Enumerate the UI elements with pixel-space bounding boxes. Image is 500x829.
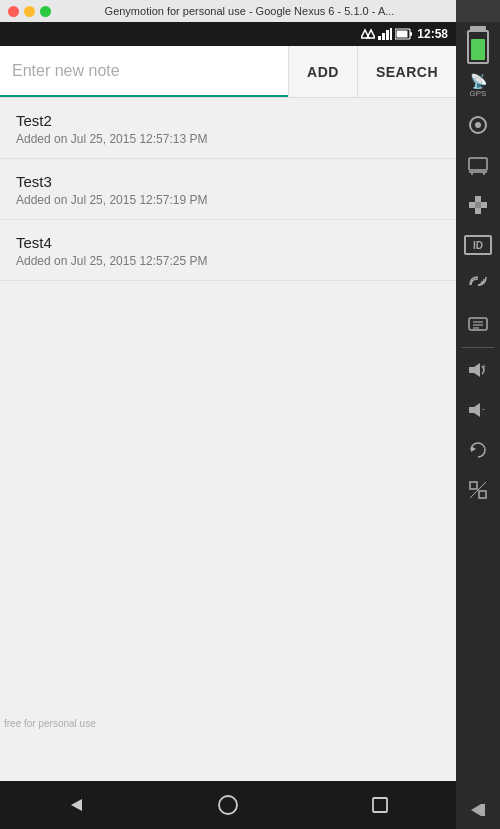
svg-marker-19 (471, 446, 476, 452)
nfc-icon[interactable] (459, 266, 497, 304)
note-input[interactable] (0, 46, 288, 97)
add-button[interactable]: ADD (288, 46, 357, 97)
svg-rect-28 (382, 33, 385, 40)
note-title: Test4 (16, 234, 440, 251)
arrow-right-icon[interactable] (459, 791, 497, 829)
volume-up-icon[interactable]: + (459, 351, 497, 389)
svg-point-35 (219, 796, 237, 814)
input-bar: ADD SEARCH (0, 46, 456, 98)
home-button[interactable] (204, 781, 252, 829)
svg-marker-34 (71, 799, 82, 811)
genymotion-sidebar: 📡 GPS ID (456, 22, 500, 829)
scale-icon[interactable] (459, 471, 497, 509)
maximize-button[interactable] (40, 6, 51, 17)
recents-button[interactable] (356, 781, 404, 829)
svg-marker-23 (471, 804, 481, 816)
note-date: Added on Jul 25, 2015 12:57:19 PM (16, 193, 440, 207)
volume-down-icon[interactable]: - (459, 391, 497, 429)
svg-line-22 (470, 482, 486, 498)
dpad-icon[interactable] (459, 186, 497, 224)
signal-icon (378, 28, 392, 40)
svg-rect-21 (479, 491, 486, 498)
note-item[interactable]: Test4Added on Jul 25, 2015 12:57:25 PM (0, 220, 456, 281)
svg-rect-29 (386, 30, 389, 40)
window-title: Genymotion for personal use - Google Nex… (51, 5, 448, 17)
bottom-navigation (0, 781, 456, 829)
svg-rect-32 (410, 32, 412, 36)
note-title: Test2 (16, 112, 440, 129)
window-controls[interactable] (8, 6, 51, 17)
note-date: Added on Jul 25, 2015 12:57:13 PM (16, 132, 440, 146)
svg-rect-24 (481, 804, 485, 816)
svg-rect-30 (390, 28, 392, 40)
id-icon[interactable]: ID (459, 226, 497, 264)
svg-rect-6 (475, 196, 481, 202)
status-bar: 12:58 (0, 22, 456, 46)
note-item[interactable]: Test3Added on Jul 25, 2015 12:57:19 PM (0, 159, 456, 220)
svg-rect-10 (475, 202, 481, 208)
wifi-icon (361, 28, 375, 40)
back-button[interactable] (52, 781, 100, 829)
message-icon[interactable] (459, 306, 497, 344)
media-icon[interactable] (459, 146, 497, 184)
svg-marker-17 (469, 403, 480, 417)
phone-frame: 12:58 ADD SEARCH Test2Added on Jul 25, 2… (0, 22, 456, 829)
svg-rect-20 (470, 482, 477, 489)
notes-list: Test2Added on Jul 25, 2015 12:57:13 PMTe… (0, 98, 456, 281)
svg-rect-2 (469, 158, 487, 170)
status-icons (361, 28, 413, 40)
search-button[interactable]: SEARCH (357, 46, 456, 97)
divider-1 (462, 347, 494, 348)
note-item[interactable]: Test2Added on Jul 25, 2015 12:57:13 PM (0, 98, 456, 159)
app-content: ADD SEARCH Test2Added on Jul 25, 2015 12… (0, 46, 456, 781)
svg-rect-8 (469, 202, 475, 208)
svg-marker-15 (469, 363, 480, 377)
note-date: Added on Jul 25, 2015 12:57:25 PM (16, 254, 440, 268)
svg-rect-7 (475, 208, 481, 214)
close-button[interactable] (8, 6, 19, 17)
free-watermark: free for personal use (4, 718, 96, 729)
battery-sidebar-icon (459, 26, 497, 64)
svg-rect-33 (397, 31, 408, 38)
svg-rect-27 (378, 36, 381, 40)
battery-status-icon (395, 28, 413, 40)
svg-marker-26 (367, 30, 375, 38)
svg-rect-36 (373, 798, 387, 812)
svg-point-1 (475, 122, 481, 128)
svg-text:+: + (482, 363, 486, 370)
minimize-button[interactable] (24, 6, 35, 17)
note-title: Test3 (16, 173, 440, 190)
rotate-icon[interactable] (459, 431, 497, 469)
svg-text:-: - (482, 404, 485, 414)
clock: 12:58 (417, 27, 448, 41)
gps-icon[interactable]: 📡 GPS (459, 66, 497, 104)
svg-rect-9 (481, 202, 487, 208)
camera-icon[interactable] (459, 106, 497, 144)
title-bar: Genymotion for personal use - Google Nex… (0, 0, 456, 22)
